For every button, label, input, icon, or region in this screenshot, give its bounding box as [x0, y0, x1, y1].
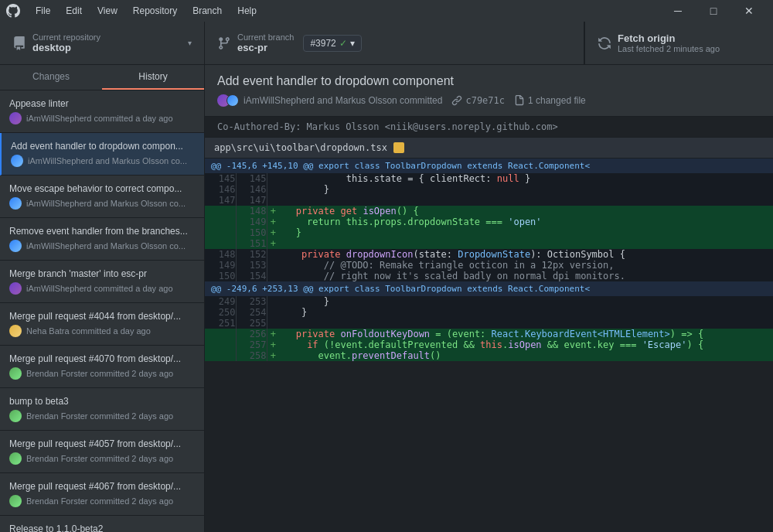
- list-item[interactable]: Move escape behavior to correct compo...…: [0, 176, 204, 218]
- commit-title: Merge pull request #4044 from desktop/..…: [9, 311, 195, 322]
- line-num-new: 257: [236, 339, 267, 350]
- list-item[interactable]: Add event handler to dropdown compon... …: [0, 133, 204, 176]
- fetch-button[interactable]: Fetch origin Last fetched 2 minutes ago: [584, 22, 773, 64]
- diff-container[interactable]: app\src\ui\toolbar\dropdown.tsx @@ -145,…: [205, 138, 773, 532]
- table-row: 150 154 // right now it's scaled badly o…: [205, 271, 773, 281]
- sidebar: Changes History Appease linter iAmWillSh…: [0, 65, 205, 532]
- commit-meta: Brendan Forster committed 2 days ago: [9, 410, 195, 422]
- line-num-new: 148: [236, 206, 267, 217]
- commit-title: Move escape behavior to correct compo...: [9, 183, 195, 194]
- commit-author: Brendan Forster committed 2 days ago: [26, 369, 173, 378]
- avatar: [9, 282, 22, 295]
- commit-title: Merge branch 'master' into esc-pr: [9, 268, 195, 279]
- branch-selector[interactable]: Current branch esc-pr #3972 ✓ ▾: [205, 22, 584, 64]
- table-row: 251 255: [205, 318, 773, 329]
- table-row: 148 152 private dropdownIcon(state: Drop…: [205, 249, 773, 260]
- diff-sign: [267, 318, 279, 329]
- diff-sign: [267, 249, 279, 260]
- menu-branch[interactable]: Branch: [186, 4, 228, 18]
- list-item[interactable]: Merge branch 'master' into esc-pr iAmWil…: [0, 261, 204, 303]
- branch-label: Current branch: [237, 32, 294, 42]
- maximize-button[interactable]: □: [696, 0, 731, 22]
- avatar: [9, 325, 22, 337]
- diff-line-content: [279, 195, 773, 206]
- commit-meta: Brendan Forster committed 2 days ago: [9, 367, 195, 380]
- fetch-icon: [598, 36, 611, 50]
- fetch-label: Fetch origin: [618, 32, 720, 44]
- table-row: 258 + event.preventDefault(): [205, 350, 773, 361]
- line-num-new: 145: [236, 173, 267, 184]
- line-num-new: 153: [236, 260, 267, 271]
- avatar: [9, 367, 22, 380]
- pr-tag[interactable]: #3972 ✓ ▾: [303, 35, 361, 52]
- table-row: 249 253 }: [205, 296, 773, 307]
- line-num-new: 149: [236, 217, 267, 227]
- commit-author: Neha Batra committed a day ago: [26, 326, 151, 336]
- table-row: 147 147: [205, 195, 773, 206]
- commit-meta: iAmWillShepherd committed a day ago: [9, 282, 195, 295]
- diff-line-content: }: [279, 227, 773, 238]
- content-area: Add event handler to dropdown component …: [205, 65, 773, 532]
- line-num-old: [205, 339, 236, 350]
- diff-line-content: return this.props.dropdownState === 'ope…: [279, 217, 773, 227]
- list-item[interactable]: Merge pull request #4070 from desktop/..…: [0, 346, 204, 388]
- menu-view[interactable]: View: [91, 4, 124, 18]
- list-item[interactable]: Remove event handler from the branches..…: [0, 218, 204, 261]
- diff-hunk-header-2: @@ -249,6 +253,13 @@ export class Toolba…: [205, 281, 773, 296]
- diff-sign: +: [267, 217, 279, 227]
- table-row: 256 + private onFoldoutKeyDown = (event:…: [205, 329, 773, 339]
- diff-sign: [267, 271, 279, 281]
- commit-title: Release to 1.1.0-beta2: [9, 523, 195, 532]
- diff-file-header: app\src\ui\toolbar\dropdown.tsx: [205, 138, 773, 159]
- list-item[interactable]: bump to beta3 Brendan Forster committed …: [0, 388, 204, 431]
- diff-line-content: [279, 238, 773, 249]
- repo-selector[interactable]: Current repository desktop ▾: [0, 22, 205, 64]
- menu-edit[interactable]: Edit: [60, 4, 88, 18]
- diff-table: @@ -145,6 +145,10 @@ export class Toolba…: [205, 159, 773, 361]
- line-num-new: 147: [236, 195, 267, 206]
- menu-file[interactable]: File: [29, 4, 56, 18]
- list-item[interactable]: Merge pull request #4057 from desktop/..…: [0, 431, 204, 473]
- tab-changes[interactable]: Changes: [0, 65, 102, 90]
- close-button[interactable]: ✕: [731, 0, 767, 22]
- table-row: 145 145 this.state = { clientRect: null …: [205, 173, 773, 184]
- list-item[interactable]: Appease linter iAmWillShepherd committed…: [0, 90, 204, 133]
- minimize-button[interactable]: ─: [660, 0, 696, 22]
- commit-list: Appease linter iAmWillShepherd committed…: [0, 90, 204, 532]
- line-num-old: 250: [205, 307, 236, 318]
- hash-icon: [451, 95, 462, 106]
- diff-line-content: private get isOpen() {: [279, 206, 773, 217]
- avatar: [9, 495, 22, 507]
- diff-sign: +: [267, 350, 279, 361]
- tab-history[interactable]: History: [102, 65, 204, 90]
- diff-line-content: // right now it's scaled badly on normal…: [279, 271, 773, 281]
- menu-repository[interactable]: Repository: [127, 4, 183, 18]
- commit-meta: Neha Batra committed a day ago: [9, 325, 195, 337]
- repo-text-group: Current repository desktop: [32, 32, 100, 53]
- line-num-old: 150: [205, 271, 236, 281]
- files-changed: 1 changed file: [528, 95, 586, 106]
- table-row: 146 146 }: [205, 184, 773, 195]
- repo-icon: [12, 36, 26, 50]
- repo-chevron-icon: ▾: [188, 39, 192, 47]
- line-num-old: [205, 227, 236, 238]
- diff-sign: [267, 296, 279, 307]
- menu-help[interactable]: Help: [231, 4, 263, 18]
- line-num-old: 249: [205, 296, 236, 307]
- fetch-sublabel: Last fetched 2 minutes ago: [618, 44, 720, 53]
- line-num-new: 256: [236, 329, 267, 339]
- diff-file-path: app\src\ui\toolbar\dropdown.tsx: [214, 142, 387, 153]
- table-row: 149 153 // @TODO: Remake triangle octico…: [205, 260, 773, 271]
- pr-check-icon: ✓: [339, 38, 347, 49]
- line-num-old: [205, 217, 236, 227]
- line-num-old: 147: [205, 195, 236, 206]
- line-num-new: 146: [236, 184, 267, 195]
- list-item[interactable]: Merge pull request #4067 from desktop/..…: [0, 473, 204, 516]
- list-item[interactable]: Release to 1.1.0-beta2 Neha Batra commit…: [0, 516, 204, 532]
- line-num-old: 251: [205, 318, 236, 329]
- commit-title: Add event handler to dropdown compon...: [11, 141, 195, 152]
- diff-line-content: private dropdownIcon(state: DropdownStat…: [279, 249, 773, 260]
- list-item[interactable]: Merge pull request #4044 from desktop/..…: [0, 303, 204, 346]
- line-num-old: [205, 329, 236, 339]
- commit-author: iAmWillShepherd and Markus Olsson co...: [26, 241, 186, 251]
